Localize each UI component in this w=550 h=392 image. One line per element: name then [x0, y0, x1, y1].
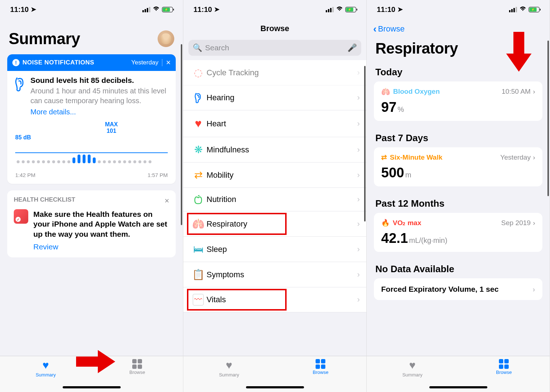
walk-value: 500 — [381, 165, 404, 180]
chevron-right-icon: › — [357, 119, 360, 128]
scrollbar[interactable] — [181, 44, 182, 225]
tab-bar: ♥ Summary Browse — [367, 356, 550, 392]
blood-oxygen-card[interactable]: 🫁 Blood Oxygen 10:50 AM › 97% — [374, 81, 542, 121]
six-minute-walk-card[interactable]: ⇄ Six-Minute Walk Yesterday › 500m — [374, 147, 542, 186]
chevron-right-icon: › — [357, 219, 360, 229]
wifi-icon — [519, 6, 526, 13]
mindfulness-icon: ❋ — [190, 144, 207, 156]
noise-headline: Sound levels hit 85 decibels. — [30, 76, 169, 85]
section-today: Today — [367, 64, 550, 81]
close-icon[interactable]: × — [166, 58, 171, 67]
heart-icon: ♥ — [42, 359, 49, 371]
list-item-hearing[interactable]: Hearing › — [183, 85, 366, 110]
mic-icon[interactable]: 🎤 — [347, 43, 357, 52]
list-item-symptoms[interactable]: 📋 Symptoms › — [183, 262, 366, 287]
lungs-icon: 🫁 — [381, 87, 390, 96]
chevron-right-icon: › — [533, 219, 535, 227]
heart-icon: ♥ — [409, 359, 416, 371]
scrollbar[interactable] — [364, 66, 366, 222]
checklist-header: HEALTH CHECKLIST — [14, 196, 75, 206]
flame-icon: 🔥 — [381, 219, 390, 227]
noise-date: Yesterday — [131, 59, 158, 66]
search-input[interactable]: 🔍 Search 🎤 — [188, 40, 361, 56]
chevron-right-icon: › — [357, 245, 360, 254]
more-details-link[interactable]: More details... — [30, 108, 76, 116]
section-nodata: No Data Available — [367, 261, 550, 278]
chevron-left-icon: ‹ — [373, 23, 376, 35]
battery-icon: ⚡ — [345, 7, 356, 12]
lungs-icon: 🫁 — [190, 218, 207, 230]
noise-chart: MAX101 85 dB 1:42 PM — [7, 121, 176, 184]
status-bar: 11:10 ➤ ⚡ — [367, 0, 550, 19]
ear-icon — [14, 76, 26, 116]
ear-icon — [190, 92, 207, 104]
list-item-respiratory[interactable]: 🫁 Respiratory › — [183, 211, 366, 237]
tab-bar: ♥ Summary Browse — [0, 356, 183, 392]
heart-icon: ♥ — [226, 359, 232, 371]
clipboard-icon: 📋 — [190, 269, 207, 281]
page-title: Summary — [9, 30, 80, 48]
noise-body-text: Around 1 hour and 45 minutes at this lev… — [30, 86, 169, 106]
respiratory-screen: 11:10 ➤ ⚡ ‹ Browse Respiratory Today 🫁 B… — [367, 0, 550, 392]
fev1-row[interactable]: Forced Expiratory Volume, 1 sec › — [374, 278, 542, 300]
chevron-right-icon: › — [533, 153, 535, 161]
home-indicator[interactable] — [246, 386, 304, 388]
chevron-right-icon: › — [357, 93, 360, 102]
location-icon: ➤ — [31, 5, 36, 13]
health-checklist-card[interactable]: HEALTH CHECKLIST × Make sure the Health … — [7, 190, 176, 257]
page-title: Respiratory — [375, 40, 541, 57]
checklist-body-text: Make sure the Health features on your iP… — [33, 210, 167, 238]
bed-icon: 🛏 — [190, 243, 207, 255]
scrollbar[interactable] — [547, 41, 549, 196]
home-indicator[interactable] — [63, 386, 121, 388]
browse-screen: 11:10 ➤ ⚡ Browse 🔍 Search 🎤 ◌ Cycle Trac… — [183, 0, 367, 392]
home-indicator[interactable] — [429, 386, 487, 388]
wifi-icon — [336, 6, 343, 13]
battery-icon: ⚡ — [529, 7, 539, 12]
review-link[interactable]: Review — [33, 242, 169, 252]
list-item-mobility[interactable]: ⇄ Mobility › — [183, 163, 366, 188]
cycle-icon: ◌ — [190, 67, 207, 79]
chevron-right-icon: › — [357, 270, 360, 279]
chevron-right-icon: › — [533, 285, 535, 294]
page-title: Browse — [183, 24, 366, 33]
status-bar: 11:10 ➤ ⚡ — [183, 0, 366, 19]
mobility-icon: ⇄ — [190, 169, 207, 181]
vo2max-value: 42.1 — [381, 231, 408, 246]
category-list: ◌ Cycle Tracking › Hearing › ♥ Heart › ❋… — [183, 60, 366, 312]
location-icon: ➤ — [214, 5, 220, 13]
cellular-icon — [509, 7, 517, 12]
apple-icon — [190, 194, 207, 205]
tab-bar: ♥ Summary Browse — [183, 356, 366, 392]
search-placeholder: Search — [205, 43, 347, 52]
alert-icon: ! — [12, 59, 20, 66]
grid-icon — [499, 359, 509, 369]
list-item-nutrition[interactable]: Nutrition › — [183, 188, 366, 211]
location-icon: ➤ — [397, 5, 403, 13]
cellular-icon — [142, 7, 150, 12]
back-button[interactable]: ‹ Browse — [373, 23, 405, 35]
close-icon[interactable]: × — [164, 196, 169, 206]
vitals-icon: 〰 — [190, 294, 207, 305]
list-item-sleep[interactable]: 🛏 Sleep › — [183, 237, 366, 262]
checklist-icon — [14, 209, 28, 224]
status-time: 11:10 — [193, 5, 212, 14]
status-time: 11:10 — [377, 5, 395, 14]
chart-time-start: 1:42 PM — [15, 172, 36, 178]
search-icon: 🔍 — [193, 43, 202, 52]
wifi-icon — [153, 6, 160, 13]
noise-notification-card[interactable]: ! NOISE NOTIFICATIONS Yesterday × Sound … — [7, 54, 176, 184]
section-past12: Past 12 Months — [367, 195, 550, 213]
vo2max-card[interactable]: 🔥 VO₂ max Sep 2019 › 42.1mL/(kg·min) — [374, 213, 542, 252]
list-item-cycle-tracking[interactable]: ◌ Cycle Tracking › — [183, 60, 366, 85]
list-item-heart[interactable]: ♥ Heart › — [183, 110, 366, 137]
chevron-right-icon: › — [357, 170, 360, 180]
profile-avatar[interactable] — [158, 30, 174, 47]
status-time: 11:10 — [10, 5, 29, 14]
grid-icon — [132, 359, 142, 369]
list-item-vitals[interactable]: 〰 Vitals › — [183, 287, 366, 312]
grid-icon — [316, 359, 325, 369]
mobility-icon: ⇄ — [381, 153, 387, 161]
battery-icon: ⚡ — [162, 7, 173, 12]
list-item-mindfulness[interactable]: ❋ Mindfulness › — [183, 137, 366, 163]
